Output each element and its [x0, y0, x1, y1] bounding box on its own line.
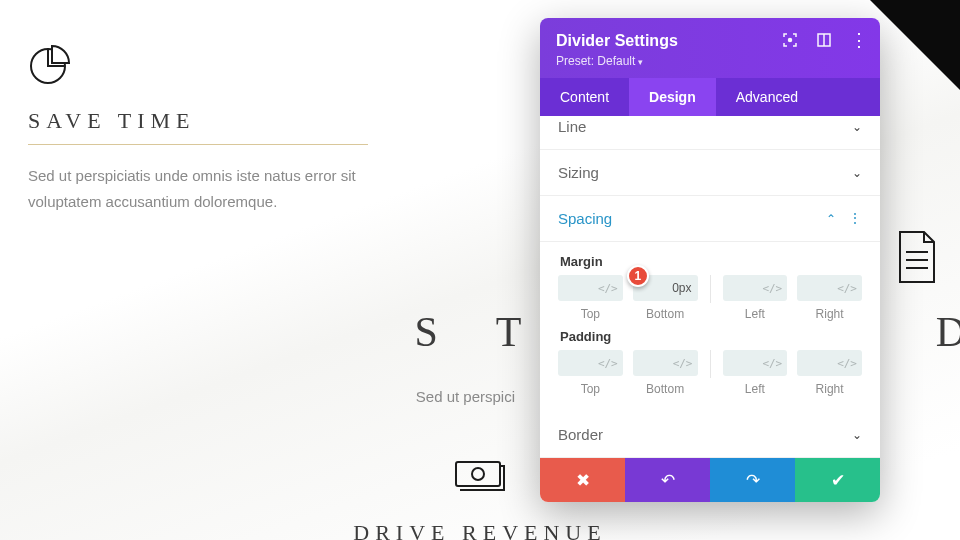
kebab-icon[interactable]: ⋮ [850, 36, 868, 45]
margin-label: Margin [560, 254, 862, 269]
padding-top-input[interactable]: </> [558, 350, 623, 376]
center-desc-left: Sed ut perspici [416, 388, 515, 405]
section-border[interactable]: Border⌄ [540, 412, 880, 458]
padding-label: Padding [560, 329, 862, 344]
undo-button[interactable]: ↶ [625, 458, 710, 502]
corner-fold [870, 0, 960, 90]
focus-icon[interactable] [782, 32, 798, 48]
redo-button[interactable]: ↷ [710, 458, 795, 502]
margin-left-input[interactable]: </> [723, 275, 788, 301]
padding-left-input[interactable]: </> [723, 350, 788, 376]
preset-selector[interactable]: Preset: Default [556, 54, 864, 68]
svg-point-6 [789, 39, 792, 42]
step-badge: 1 [627, 265, 649, 287]
chevron-down-icon: ⌄ [852, 428, 862, 442]
padding-bottom-input[interactable]: </> [633, 350, 698, 376]
money-icon [453, 456, 507, 492]
chevron-down-icon: ⌄ [852, 120, 862, 134]
side-label-right: Right [797, 307, 862, 321]
svg-point-2 [472, 468, 484, 480]
section-sizing[interactable]: Sizing⌄ [540, 150, 880, 196]
margin-right-input[interactable]: </> [797, 275, 862, 301]
chevron-down-icon: ⌄ [852, 166, 862, 180]
cancel-button[interactable]: ✖ [540, 458, 625, 502]
section-spacing[interactable]: Spacing ⌃⋮ [540, 196, 880, 242]
side-label-top: Top [558, 307, 623, 321]
tab-advanced[interactable]: Advanced [716, 78, 818, 116]
side-label-left: Left [723, 307, 788, 321]
tab-content[interactable]: Content [540, 78, 629, 116]
side-label-bottom: Bottom [633, 307, 698, 321]
padding-right-input[interactable]: </> [797, 350, 862, 376]
columns-icon[interactable] [816, 32, 832, 48]
settings-panel: Divider Settings Preset: Default ⋮ Conte… [540, 18, 880, 502]
tab-design[interactable]: Design [629, 78, 716, 116]
svg-rect-1 [456, 462, 500, 486]
margin-top-input[interactable]: </> [558, 275, 623, 301]
document-icon [896, 230, 938, 288]
section-line[interactable]: Line⌄ [540, 116, 880, 150]
chevron-up-icon: ⌃ [826, 212, 836, 226]
confirm-button[interactable]: ✔ [795, 458, 880, 502]
kebab-icon[interactable]: ⋮ [848, 216, 862, 222]
bottom-title: DRIVE REVENUE [353, 520, 606, 540]
feature-desc: Sed ut perspiciatis unde omnis iste natu… [28, 163, 388, 214]
feature-title: SAVE TIME [28, 108, 368, 145]
